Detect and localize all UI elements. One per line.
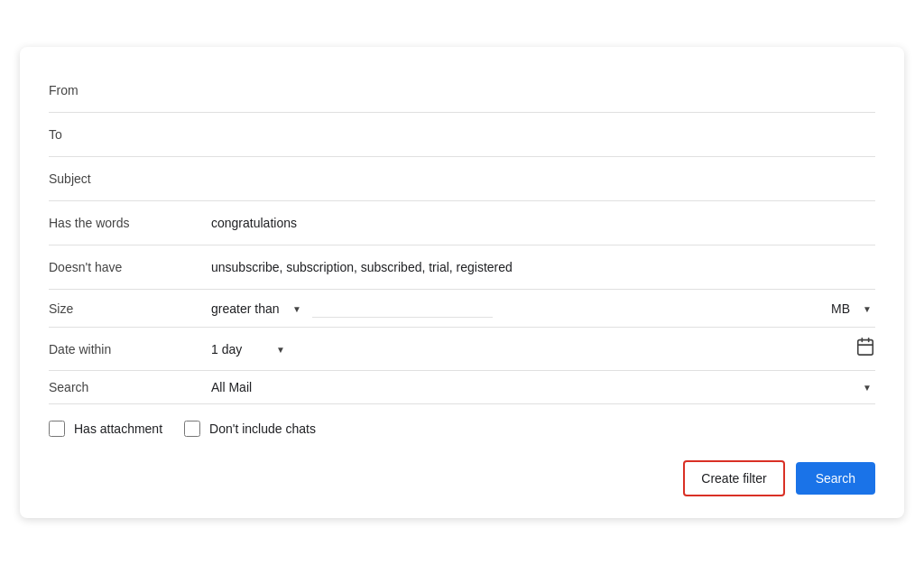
date-within-wrapper: 1 day 3 days 1 week 2 weeks 1 month 2 mo… bbox=[211, 342, 289, 357]
has-attachment-checkbox-item[interactable]: Has attachment bbox=[49, 421, 162, 437]
size-unit-select[interactable]: MB KB GB bbox=[831, 301, 875, 316]
search-scope-select[interactable]: All Mail Inbox Starred Sent Mail Drafts … bbox=[211, 380, 875, 394]
checkboxes-row: Has attachment Don't include chats bbox=[49, 404, 875, 446]
dont-include-chats-checkbox[interactable] bbox=[184, 421, 200, 437]
from-input-area bbox=[211, 81, 875, 99]
date-within-row: Date within 1 day 3 days 1 week 2 weeks … bbox=[49, 328, 875, 371]
has-attachment-checkbox[interactable] bbox=[49, 421, 65, 437]
date-controls: 1 day 3 days 1 week 2 weeks 1 month 2 mo… bbox=[211, 337, 875, 361]
filter-dialog: From To Subject Has the words Doesn't ha… bbox=[20, 47, 904, 518]
has-words-input-area bbox=[211, 214, 875, 232]
date-within-select[interactable]: 1 day 3 days 1 week 2 weeks 1 month 2 mo… bbox=[211, 342, 289, 357]
search-scope-label: Search bbox=[49, 380, 211, 394]
from-input[interactable] bbox=[211, 81, 875, 99]
dont-include-chats-checkbox-item[interactable]: Don't include chats bbox=[184, 421, 316, 437]
has-words-row: Has the words bbox=[49, 201, 875, 245]
to-row: To bbox=[49, 113, 875, 157]
to-input[interactable] bbox=[211, 125, 875, 144]
subject-label: Subject bbox=[49, 171, 211, 186]
subject-input[interactable] bbox=[211, 170, 875, 188]
size-controls: greater than less than ▼ MB KB GB ▼ bbox=[211, 299, 875, 318]
size-comparison-wrapper: greater than less than ▼ bbox=[211, 301, 305, 316]
from-label: From bbox=[49, 83, 211, 97]
search-scope-row: Search All Mail Inbox Starred Sent Mail … bbox=[49, 371, 875, 404]
size-comparison-select[interactable]: greater than less than bbox=[211, 301, 305, 316]
create-filter-button[interactable]: Create filter bbox=[683, 460, 784, 496]
size-unit-wrapper: MB KB GB ▼ bbox=[831, 301, 875, 316]
doesnt-have-input-area bbox=[211, 258, 875, 276]
size-label: Size bbox=[49, 301, 211, 316]
actions-row: Create filter Search bbox=[49, 446, 875, 496]
doesnt-have-label: Doesn't have bbox=[49, 260, 211, 274]
size-row: Size greater than less than ▼ MB KB GB ▼ bbox=[49, 290, 875, 328]
svg-rect-0 bbox=[858, 340, 873, 356]
has-words-input[interactable] bbox=[211, 214, 875, 232]
subject-row: Subject bbox=[49, 157, 875, 201]
size-number-input[interactable] bbox=[312, 299, 493, 318]
has-words-label: Has the words bbox=[49, 216, 211, 230]
search-button[interactable]: Search bbox=[796, 462, 875, 495]
date-within-label: Date within bbox=[49, 342, 211, 357]
subject-input-area bbox=[211, 170, 875, 188]
search-scope-wrapper: All Mail Inbox Starred Sent Mail Drafts … bbox=[211, 380, 875, 394]
doesnt-have-row: Doesn't have bbox=[49, 245, 875, 290]
dont-include-chats-label: Don't include chats bbox=[209, 421, 316, 436]
to-label: To bbox=[49, 127, 211, 142]
has-attachment-label: Has attachment bbox=[74, 421, 162, 436]
from-row: From bbox=[49, 69, 875, 113]
to-input-area bbox=[211, 125, 875, 144]
calendar-icon[interactable] bbox=[855, 337, 875, 361]
doesnt-have-input[interactable] bbox=[211, 258, 875, 276]
